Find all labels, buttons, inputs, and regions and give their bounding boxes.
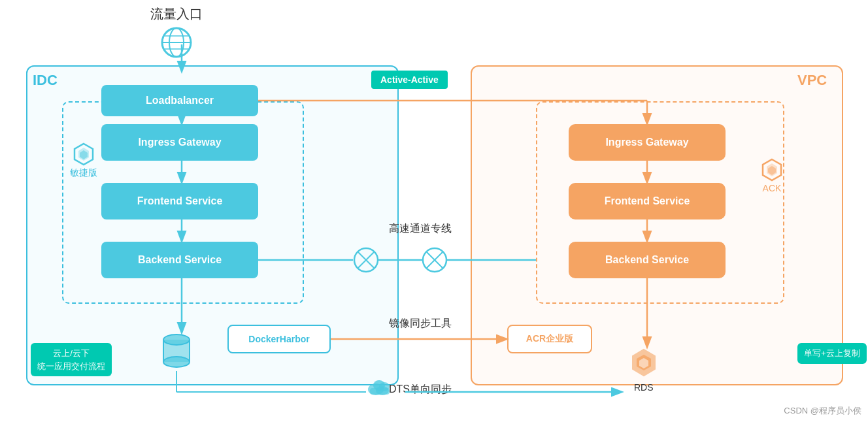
idc-frontend-box: Frontend Service (101, 183, 258, 219)
rds-label: RDS (634, 382, 654, 393)
dts-cloud-icon (366, 375, 392, 396)
rds-icon (627, 346, 660, 379)
svg-line-44 (427, 252, 442, 268)
ack-label: ACK (760, 158, 784, 193)
ack-hex-icon (760, 158, 784, 182)
express-line-label: 高速通道专线 (389, 222, 452, 236)
docker-harbor-box: DockerHarbor (227, 325, 331, 353)
idc-backend-box: Backend Service (101, 242, 258, 278)
agile-label: 敏捷版 (70, 142, 97, 179)
dts-sync-label: DTS单向同步 (389, 383, 452, 397)
acr-box: ACR企业版 (507, 325, 592, 353)
idc-ingress-box: Ingress Gateway (101, 124, 258, 161)
svg-rect-25 (370, 388, 390, 395)
watermark: CSDN @程序员小侯 (784, 405, 861, 417)
database-icon (160, 332, 193, 371)
diagram-container: IDC VPC 流量入口 Active-Active Loadbalancer … (0, 0, 868, 422)
idc-label: IDC (33, 72, 58, 89)
svg-line-45 (427, 252, 442, 268)
traffic-entry: 流量入口 (150, 5, 203, 59)
active-active-badge: Active-Active (371, 71, 448, 89)
svg-point-43 (423, 248, 446, 272)
traffic-label: 流量入口 (150, 5, 203, 23)
agile-hex-icon (72, 142, 95, 166)
cloud-delivery-tag: 云上/云下 统一应用交付流程 (31, 343, 112, 376)
mirror-sync-label: 镜像同步工具 (389, 317, 452, 331)
vpc-ingress-box: Ingress Gateway (569, 124, 726, 161)
vpc-backend-box: Backend Service (569, 242, 726, 278)
vpc-frontend-box: Frontend Service (569, 183, 726, 219)
vpc-label: VPC (797, 72, 827, 89)
globe-icon (159, 25, 193, 59)
loadbalancer-box: Loadbalancer (101, 85, 258, 116)
write-replica-tag: 单写+云上复制 (797, 343, 867, 364)
